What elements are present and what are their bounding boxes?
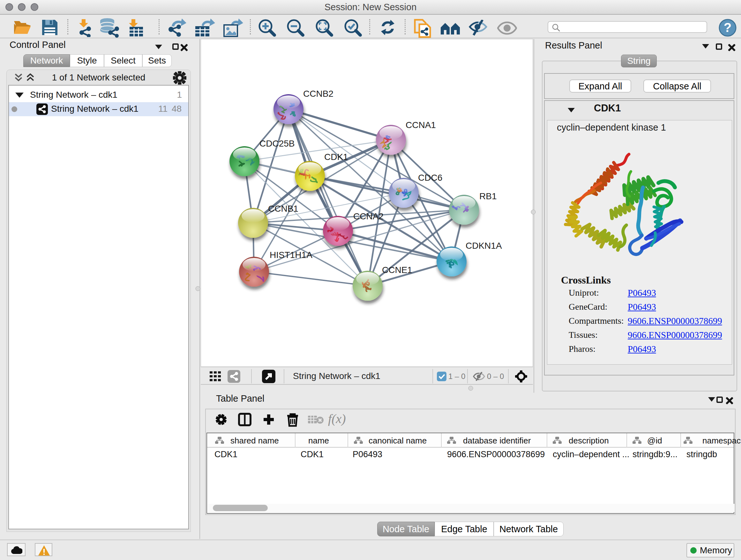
svg-text:CDKN1A: CDKN1A — [466, 241, 502, 251]
svg-text:CCNE1: CCNE1 — [382, 265, 412, 275]
svg-text:CCNB2: CCNB2 — [303, 89, 333, 99]
svg-text:CCNA2: CCNA2 — [353, 211, 384, 221]
svg-text:CCNB1: CCNB1 — [268, 204, 298, 213]
svg-text:HIST1H1A: HIST1H1A — [270, 250, 313, 260]
svg-text:CDC6: CDC6 — [418, 173, 442, 183]
svg-text:CDC25B: CDC25B — [259, 138, 294, 148]
svg-text:CCNA1: CCNA1 — [406, 120, 436, 130]
svg-text:RB1: RB1 — [479, 191, 496, 201]
svg-text:?: ? — [724, 20, 731, 35]
svg-text:CDK1: CDK1 — [324, 152, 348, 162]
